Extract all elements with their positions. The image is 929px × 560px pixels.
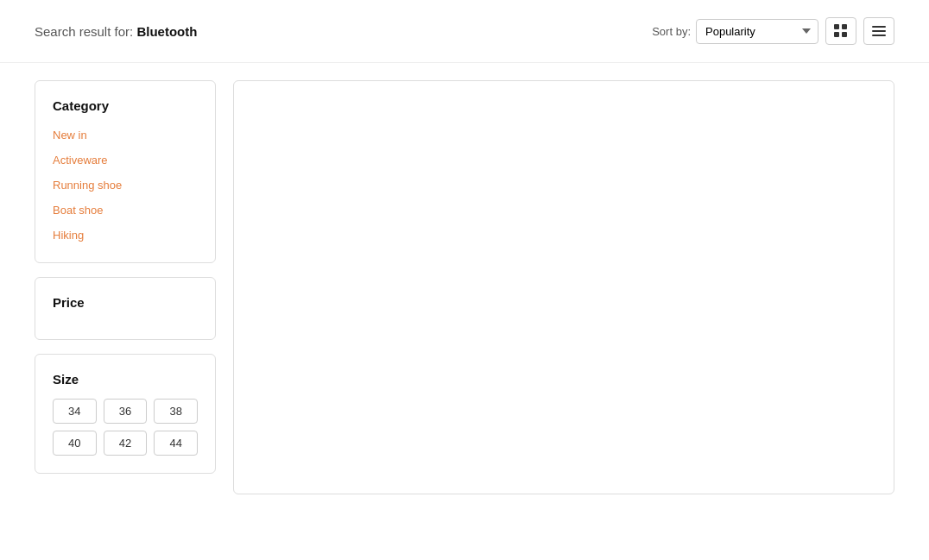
category-item-running-shoe[interactable]: Running shoe [53, 175, 198, 195]
size-btn-42[interactable]: 42 [104, 431, 148, 456]
product-area [233, 80, 894, 494]
price-title: Price [53, 295, 198, 310]
size-grid: 34 36 38 40 42 44 [53, 399, 198, 456]
svg-rect-0 [834, 24, 839, 29]
list-icon [871, 23, 887, 39]
sort-by-container: Sort by: Popularity Price: Low to High P… [652, 19, 818, 44]
grid-icon [833, 23, 849, 39]
svg-rect-1 [842, 24, 847, 29]
svg-rect-4 [872, 26, 886, 28]
svg-rect-6 [872, 35, 886, 36]
sort-select[interactable]: Popularity Price: Low to High Price: Hig… [696, 19, 818, 44]
category-item-boat-shoe[interactable]: Boat shoe [53, 200, 198, 220]
size-btn-44[interactable]: 44 [154, 431, 198, 456]
main-content: Category New in Activeware Running shoe … [0, 63, 929, 512]
category-panel: Category New in Activeware Running shoe … [35, 80, 216, 263]
grid-view-button[interactable] [825, 17, 856, 45]
category-item-hiking[interactable]: Hiking [53, 225, 198, 245]
category-list: New in Activeware Running shoe Boat shoe… [53, 125, 198, 245]
svg-rect-2 [834, 32, 839, 37]
category-item-new-in[interactable]: New in [53, 125, 198, 145]
category-item-activeware[interactable]: Activeware [53, 150, 198, 170]
price-panel: Price [35, 277, 216, 340]
sort-label: Sort by: [652, 25, 691, 38]
svg-rect-3 [842, 32, 847, 37]
category-title: Category [53, 98, 198, 113]
search-result-label: Search result for: Bluetooth [35, 24, 197, 39]
size-btn-34[interactable]: 34 [53, 399, 97, 424]
size-btn-40[interactable]: 40 [53, 431, 97, 456]
size-btn-36[interactable]: 36 [104, 399, 148, 424]
svg-rect-5 [872, 30, 886, 32]
page-header: Search result for: Bluetooth Sort by: Po… [0, 0, 929, 63]
size-title: Size [53, 372, 198, 387]
size-panel: Size 34 36 38 40 42 44 [35, 354, 216, 474]
list-view-button[interactable] [863, 17, 894, 45]
sidebar: Category New in Activeware Running shoe … [35, 80, 216, 494]
header-controls: Sort by: Popularity Price: Low to High P… [652, 17, 894, 45]
size-btn-38[interactable]: 38 [154, 399, 198, 424]
